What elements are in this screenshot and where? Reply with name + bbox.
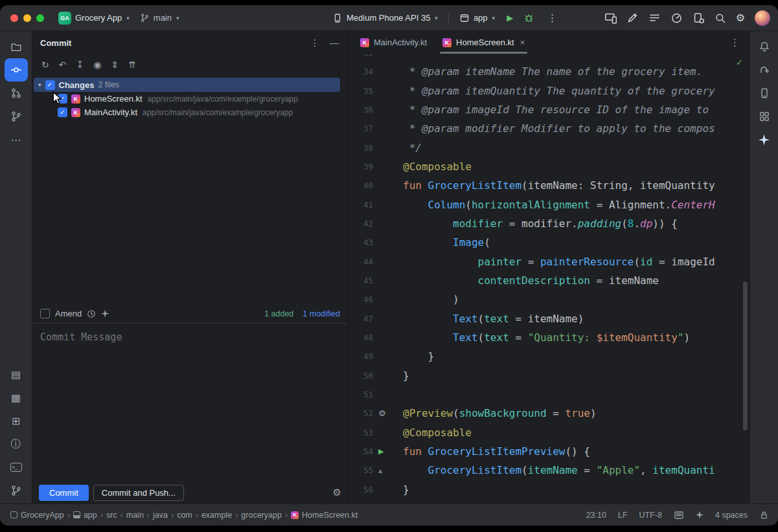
ai-assistant-icon[interactable] (626, 12, 639, 24)
breadcrumb-groceryapp[interactable]: GroceryApp (10, 511, 64, 520)
file-checkbox[interactable]: ✓ (58, 107, 67, 117)
changed-file-row[interactable]: ✓KHomeScreen.ktapp/src/main/java/com/exa… (34, 92, 340, 105)
commit-options-gear-icon[interactable]: ⚙ (333, 487, 341, 498)
lock-icon[interactable] (759, 510, 769, 520)
reader-mode-icon[interactable] (674, 510, 684, 520)
problems-icon[interactable]: ⓘ (5, 432, 28, 456)
changed-file-row[interactable]: ✓KMainActivity.ktapp/src/main/java/com/e… (34, 105, 340, 119)
settings-gear-icon[interactable]: ⚙ (736, 12, 745, 24)
code-line[interactable]: 46 ) (349, 290, 749, 309)
preview-diff-icon[interactable]: ◉ (93, 60, 101, 70)
running-devices-icon[interactable] (753, 82, 776, 105)
code-line[interactable]: 43 Image( (349, 233, 749, 252)
ai-sparkle-icon[interactable] (101, 310, 109, 318)
code-line[interactable]: 42 modifier = modifier.padding(8.dp)) { (349, 214, 749, 233)
code-line[interactable]: 55▴ GroceryListItem(itemName = "Apple", … (349, 461, 749, 480)
avatar[interactable] (755, 10, 770, 26)
search-icon[interactable] (715, 12, 726, 24)
inspections-ok-icon[interactable]: ✓ (736, 58, 743, 67)
debug-button[interactable] (523, 12, 534, 23)
breadcrumb-src[interactable]: src (106, 511, 117, 520)
code-line[interactable]: 39@Composable (349, 157, 749, 176)
todo-icon[interactable]: ▤ (5, 362, 28, 386)
device-manager-icon[interactable] (692, 12, 705, 24)
commit-message-input[interactable]: Commit Message (32, 324, 348, 482)
breadcrumb-app[interactable]: app (73, 511, 97, 520)
version-control-icon[interactable] (5, 479, 28, 502)
zoom-window-button[interactable] (36, 14, 44, 22)
code-line[interactable]: 33 (349, 54, 749, 62)
code-line[interactable]: 41 Column(horizontalAlignment = Alignmen… (349, 195, 749, 214)
code-line[interactable]: 57 (349, 499, 749, 504)
run-button[interactable]: ▶ (507, 13, 513, 23)
code-line[interactable]: 50} (349, 366, 749, 385)
notifications-bell-icon[interactable] (753, 35, 776, 58)
indent-setting[interactable]: 4 spaces (715, 511, 748, 520)
ai-status-sparkle-icon[interactable] (696, 511, 704, 519)
run-configuration-selector[interactable]: app ▾ (459, 13, 495, 23)
commit-tool-icon[interactable] (5, 58, 28, 82)
gradle-icon[interactable] (753, 58, 776, 82)
editor-scrollbar[interactable] (743, 282, 748, 430)
history-icon[interactable] (87, 309, 96, 318)
editor-options-icon[interactable]: ⋮ (720, 37, 749, 49)
breadcrumb-example[interactable]: example (201, 511, 232, 520)
caret-position[interactable]: 23:10 (586, 511, 606, 520)
pull-requests-icon[interactable] (5, 82, 28, 105)
editor-tab-homescreen-kt[interactable]: KHomeScreen.kt× (435, 31, 532, 54)
code-line[interactable]: 56} (349, 480, 749, 499)
file-checkbox[interactable]: ✓ (58, 94, 67, 104)
refresh-icon[interactable]: ↻ (41, 60, 49, 70)
more-tool-windows-icon[interactable]: ⋯ (5, 128, 28, 151)
code-line[interactable]: 38 */ (349, 139, 749, 157)
code-line[interactable]: 45 contentDescription = itemName (349, 271, 749, 290)
changes-checkbox[interactable]: ✓ (45, 80, 55, 90)
code-line[interactable]: 51 (349, 385, 749, 404)
git-branch-selector[interactable]: main ▾ (140, 13, 179, 23)
close-window-button[interactable] (10, 14, 18, 22)
breadcrumb-main[interactable]: main (126, 511, 144, 520)
code-line[interactable]: 37 * @param modifier Modifier to apply t… (349, 119, 749, 138)
code-line[interactable]: 53@Composable (349, 423, 749, 442)
breadcrumb-groceryapp[interactable]: groceryapp (241, 511, 282, 520)
close-tab-icon[interactable]: × (520, 38, 525, 47)
collapse-gutter-icon[interactable]: ▴ (378, 466, 382, 475)
project-tool-icon[interactable] (5, 35, 28, 58)
collapse-all-icon[interactable]: ⇈ (128, 60, 136, 70)
code-line[interactable]: 52⚙@Preview(showBackground = true) (349, 404, 749, 423)
device-explorer-icon[interactable]: ▦ (5, 386, 28, 409)
amend-checkbox[interactable] (40, 309, 50, 318)
changes-root-row[interactable]: ▾ ✓ Changes 2 files (34, 78, 340, 92)
code-line[interactable]: 44 painter = painterResource(id = imageI… (349, 252, 749, 271)
hide-panel-icon[interactable]: — (330, 38, 339, 48)
code-line[interactable]: 54▶fun GroceryListItemPreview() { (349, 442, 749, 461)
code-line[interactable]: 35 * @param itemQuantity The quantity of… (349, 82, 749, 100)
minimize-window-button[interactable] (23, 14, 31, 22)
device-mirror-icon[interactable] (604, 12, 617, 24)
breadcrumb-java[interactable]: java (153, 511, 168, 520)
code-line[interactable]: 36 * @param imageId The resource ID of t… (349, 100, 749, 119)
logcat-icon[interactable] (648, 12, 661, 24)
chevron-down-icon[interactable]: ▾ (38, 82, 41, 88)
code-line[interactable]: 47 Text(text = itemName) (349, 309, 749, 328)
commit-and-push-button[interactable]: Commit and Push... (93, 485, 184, 501)
profiler-icon[interactable] (670, 12, 683, 24)
build-icon[interactable]: ⊞ (5, 409, 28, 432)
panel-options-icon[interactable]: ⋮ (310, 38, 319, 48)
more-run-options-icon[interactable]: ⋮ (547, 12, 557, 24)
line-separator[interactable]: LF (618, 511, 628, 520)
code-line[interactable]: 48 Text(text = "Quantity: $itemQuantity"… (349, 328, 749, 347)
resource-manager-icon[interactable] (753, 105, 776, 128)
run-gutter-icon[interactable]: ▶ (378, 447, 383, 456)
project-selector[interactable]: GA Grocery App ▾ (58, 12, 130, 25)
expand-all-icon[interactable]: ⇕ (111, 60, 119, 70)
branches-icon[interactable] (5, 105, 28, 128)
code-line[interactable]: 40fun GroceryListItem(itemName: String, … (349, 176, 749, 195)
rollback-icon[interactable]: ↶ (59, 60, 67, 70)
code-area[interactable]: 3334 * @param itemName The name of the g… (349, 54, 749, 504)
gemini-icon[interactable] (753, 128, 776, 151)
terminal-icon[interactable]: >_ (5, 456, 28, 479)
shelve-icon[interactable]: ↧ (76, 60, 84, 70)
code-line[interactable]: 49 } (349, 347, 749, 366)
code-line[interactable]: 34 * @param itemName The name of the gro… (349, 62, 749, 81)
